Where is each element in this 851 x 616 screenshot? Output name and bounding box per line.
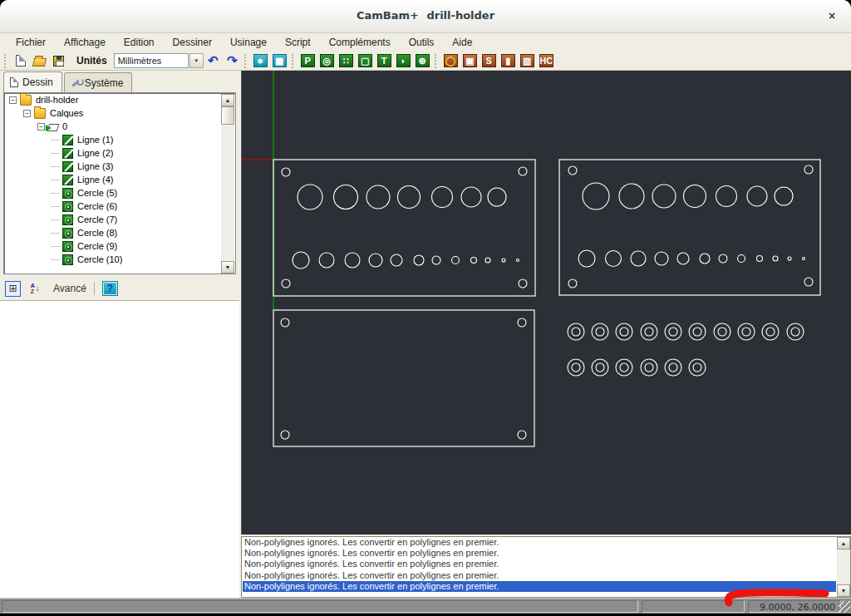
draw-points-button[interactable]: ∷ [337,52,355,69]
cad-circle [719,254,727,263]
tree-guide [52,259,60,260]
advanced-button[interactable]: Avancé [53,283,86,294]
cad-circle [345,253,360,268]
tree-item-ligne-4[interactable]: Ligne (4) [4,173,235,186]
save-file-button[interactable] [50,52,67,69]
new-file-button[interactable] [12,52,29,69]
menu-item-fichier[interactable]: Fichier [7,33,55,52]
tree-item-0[interactable]: −0 [4,120,235,133]
draw-surface-button[interactable]: ⊕ [414,52,431,69]
cad-circle [616,359,632,376]
machining-drill-button[interactable]: ▮ [499,52,517,69]
cad-circle [665,323,681,340]
menu-item-affichage[interactable]: Affichage [55,33,115,52]
menu-item-aide[interactable]: Aide [443,33,481,52]
undo-icon: ↶ [208,53,219,68]
machining-profile-button[interactable]: ◯ [442,52,460,69]
tree-item-ligne-2[interactable]: Ligne (2) [4,146,235,160]
draw-circle-button[interactable]: ◎ [318,52,336,69]
menu-item-dessiner[interactable]: Dessiner [164,33,221,52]
toolbar-grip[interactable] [292,54,296,68]
cad-circle [669,363,677,372]
categorized-view-button[interactable]: ⊞ [5,281,21,297]
menu-item-outils[interactable]: Outils [400,33,444,52]
sort-alphabetical-button[interactable]: AZ↓ [27,281,43,297]
cad-circle [714,323,730,340]
cad-circle [519,167,527,175]
tree-guide [52,166,60,167]
help-button[interactable]: ? [102,281,118,296]
log-scrollbar[interactable]: ▲ ▼ [837,537,850,597]
machining-pocket-icon: ▣ [463,54,477,67]
draw-rectangle-button[interactable]: ▢ [357,52,374,69]
cad-circle [578,250,595,267]
scroll-down-icon[interactable]: ▼ [221,261,234,274]
cad-circle [568,323,584,340]
cad-circle [616,323,632,340]
tree-item-calques[interactable]: −Calques [4,106,235,120]
scrollbar-thumb[interactable] [221,106,234,125]
chevron-down-icon[interactable]: ▼ [189,53,204,68]
tree-expander-icon[interactable]: − [9,96,17,104]
redo-button[interactable]: ↷ [224,52,241,69]
cad-viewport[interactable] [241,71,851,535]
toolbar-grip[interactable] [244,54,248,68]
menu-item-script[interactable]: Script [276,33,320,52]
down-arrow-icon: ↓ [36,284,40,293]
draw-arc-button[interactable]: ◗ [395,52,412,69]
cad-circle [757,256,763,262]
tree-scrollbar[interactable]: ▲ ▼ [221,94,234,274]
tree-guide [52,206,60,207]
draw-polyline-button[interactable]: P [299,52,317,69]
log-line[interactable]: Non-polylignes ignorés. Les convertir en… [243,559,836,569]
tree-item-cercle-9[interactable]: Cercle (9) [4,239,235,253]
scroll-up-icon[interactable]: ▲ [221,94,234,106]
drawing-tree[interactable]: −drill-holder−Calques−0Ligne (1)Ligne (2… [3,92,236,274]
log-line[interactable]: Non-polylignes ignorés. Les convertir en… [243,581,836,592]
tree-item-label: Ligne (1) [77,135,113,145]
tree-item-cercle-7[interactable]: Cercle (7) [4,213,235,226]
resize-grip[interactable] [839,601,850,613]
menu-item-compléments[interactable]: Compléments [320,33,400,52]
machining-gcode-button[interactable]: HC [538,52,555,69]
cad-circle [700,254,710,264]
tree-item-label: Ligne (4) [77,175,113,185]
log-line[interactable]: Non-polylignes ignorés. Les convertir en… [243,537,836,548]
property-grid[interactable] [0,300,239,598]
tree-item-cercle-8[interactable]: Cercle (8) [4,226,235,239]
toolbar-grip[interactable] [4,54,8,68]
tree-item-ligne-3[interactable]: Ligne (3) [4,160,235,173]
tab-système[interactable]: Système [64,72,133,92]
log-line[interactable]: Non-polylignes ignorés. Les convertir en… [243,548,836,559]
machining-profile-icon: ◯ [444,54,458,67]
cad-circle [282,168,290,176]
tree-item-drill-holder[interactable]: −drill-holder [4,93,235,106]
cad-circle [652,185,676,208]
draw-text-button[interactable]: T [376,52,393,69]
tree-expander-icon[interactable]: − [23,110,31,117]
tree-item-cercle-5[interactable]: Cercle (5) [4,186,235,200]
toolbar-grip[interactable] [435,54,439,68]
scroll-up-icon[interactable]: ▲ [837,537,850,549]
machining-engrave-button[interactable]: S [480,52,498,69]
menu-item-edition[interactable]: Edition [115,33,164,52]
close-icon[interactable]: × [824,8,839,23]
log-console[interactable]: Non-polylignes ignorés. Les convertir en… [241,536,851,598]
undo-button[interactable]: ↶ [204,52,222,69]
tab-dessin[interactable]: Dessin [3,71,62,92]
machining-lathe-button[interactable]: ▥ [519,52,536,69]
tree-item-cercle-10[interactable]: Cercle (10) [4,253,235,266]
tree-item-ligne-1[interactable]: Ligne (1) [4,133,235,146]
cad-circle [718,328,726,336]
machining-pocket-button[interactable]: ▣ [461,52,479,69]
scroll-down-icon[interactable]: ▼ [837,584,850,597]
tree-expander-icon[interactable]: − [37,123,45,131]
snap-grid-button[interactable]: ▦ [271,52,288,69]
open-file-button[interactable] [31,52,48,69]
snap-point-button[interactable]: ∗ [252,52,269,69]
menu-item-usinage[interactable]: Usinage [221,33,276,52]
log-line[interactable]: Non-polylignes ignorés. Les convertir en… [243,570,836,581]
cad-plate-outline [559,160,820,295]
tree-item-cercle-6[interactable]: Cercle (6) [4,200,235,213]
units-select[interactable]: Millimètres [114,53,189,68]
